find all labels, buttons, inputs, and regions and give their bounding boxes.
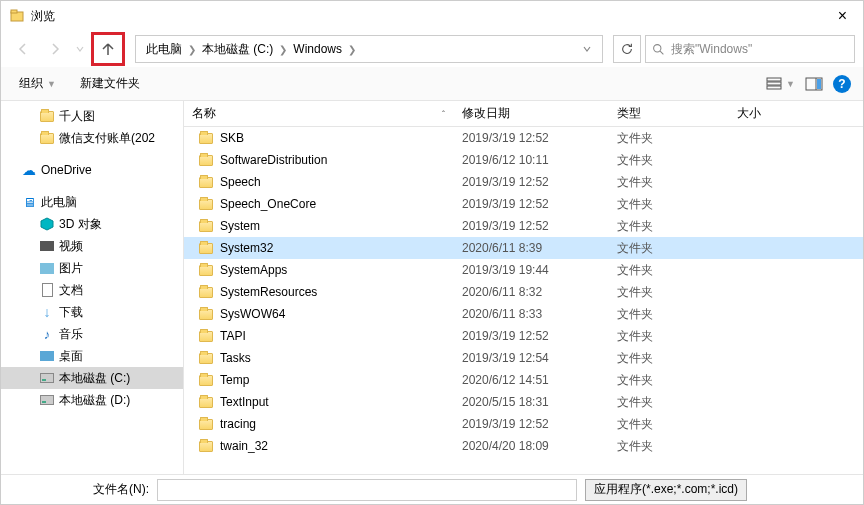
disk-icon — [39, 370, 55, 386]
tree-item-label: 微信支付账单(202 — [59, 130, 155, 147]
file-type: 文件夹 — [609, 196, 729, 213]
file-row[interactable]: System322020/6/11 8:39文件夹 — [184, 237, 863, 259]
file-date: 2020/6/11 8:32 — [454, 285, 609, 299]
svg-point-2 — [654, 44, 661, 51]
tree-item-label: 桌面 — [59, 348, 83, 365]
file-row[interactable]: SKB2019/3/19 12:52文件夹 — [184, 127, 863, 149]
folder-icon — [39, 130, 55, 146]
up-button[interactable] — [96, 37, 120, 61]
file-date: 2019/3/19 12:52 — [454, 329, 609, 343]
address-dropdown[interactable] — [578, 44, 596, 54]
file-date: 2019/3/19 12:54 — [454, 351, 609, 365]
tree-item-label: 本地磁盘 (D:) — [59, 392, 130, 409]
file-name: TextInput — [220, 395, 269, 409]
file-row[interactable]: Tasks2019/3/19 12:54文件夹 — [184, 347, 863, 369]
recent-dropdown[interactable] — [73, 35, 87, 63]
navigation-tree: 千人图微信支付账单(202☁OneDrive🖥此电脑3D 对象视频图片文档↓下载… — [1, 101, 184, 474]
tree-item[interactable]: ♪音乐 — [1, 323, 183, 345]
tree-item-label: 文档 — [59, 282, 83, 299]
search-input[interactable]: 搜索"Windows" — [645, 35, 855, 63]
file-date: 2019/3/19 12:52 — [454, 175, 609, 189]
tree-item[interactable]: 图片 — [1, 257, 183, 279]
folder-icon — [198, 306, 214, 322]
file-type: 文件夹 — [609, 262, 729, 279]
down-icon: ↓ — [39, 304, 55, 320]
file-name: Speech — [220, 175, 261, 189]
tree-item[interactable]: ↓下载 — [1, 301, 183, 323]
svg-rect-9 — [817, 79, 821, 89]
column-name[interactable]: 名称 ˆ — [184, 101, 454, 126]
column-date[interactable]: 修改日期 — [454, 101, 609, 126]
file-name: Speech_OneCore — [220, 197, 316, 211]
tree-item-label: 此电脑 — [41, 194, 77, 211]
tree-item[interactable]: 本地磁盘 (C:) — [1, 367, 183, 389]
filename-input[interactable] — [157, 479, 577, 501]
address-bar[interactable]: 此电脑 ❯ 本地磁盘 (C:) ❯ Windows ❯ — [135, 35, 603, 63]
help-button[interactable]: ? — [833, 75, 851, 93]
file-row[interactable]: SoftwareDistribution2019/6/12 10:11文件夹 — [184, 149, 863, 171]
folder-icon — [198, 218, 214, 234]
file-date: 2019/3/19 12:52 — [454, 417, 609, 431]
file-date: 2020/6/11 8:33 — [454, 307, 609, 321]
tree-item-label: 3D 对象 — [59, 216, 102, 233]
file-name: SystemResources — [220, 285, 317, 299]
chevron-down-icon: ▼ — [47, 79, 56, 89]
view-details-button[interactable]: ▼ — [766, 77, 795, 91]
file-row[interactable]: Speech_OneCore2019/3/19 12:52文件夹 — [184, 193, 863, 215]
tree-item[interactable]: 本地磁盘 (D:) — [1, 389, 183, 411]
tree-item[interactable]: 🖥此电脑 — [1, 191, 183, 213]
tree-item-label: 本地磁盘 (C:) — [59, 370, 130, 387]
preview-pane-button[interactable] — [805, 77, 823, 91]
file-type: 文件夹 — [609, 306, 729, 323]
file-row[interactable]: TAPI2019/3/19 12:52文件夹 — [184, 325, 863, 347]
file-name: SoftwareDistribution — [220, 153, 327, 167]
filetype-dropdown[interactable]: 应用程序(*.exe;*.com;*.icd) — [585, 479, 747, 501]
file-row[interactable]: System2019/3/19 12:52文件夹 — [184, 215, 863, 237]
tree-item[interactable]: ☁OneDrive — [1, 159, 183, 181]
chevron-right-icon: ❯ — [277, 44, 289, 55]
tree-item[interactable]: 文档 — [1, 279, 183, 301]
tree-item[interactable]: 千人图 — [1, 105, 183, 127]
forward-button[interactable] — [41, 35, 69, 63]
breadcrumb-item[interactable]: 此电脑 — [142, 41, 186, 58]
breadcrumb-item[interactable]: Windows — [289, 42, 346, 56]
file-name: tracing — [220, 417, 256, 431]
file-row[interactable]: SystemApps2019/3/19 19:44文件夹 — [184, 259, 863, 281]
doc-icon — [39, 282, 55, 298]
file-row[interactable]: tracing2019/3/19 12:52文件夹 — [184, 413, 863, 435]
tree-item[interactable]: 微信支付账单(202 — [1, 127, 183, 149]
back-button[interactable] — [9, 35, 37, 63]
obj3d-icon — [39, 216, 55, 232]
file-type: 文件夹 — [609, 240, 729, 257]
organize-menu[interactable]: 组织 ▼ — [13, 71, 62, 96]
file-row[interactable]: Temp2020/6/12 14:51文件夹 — [184, 369, 863, 391]
column-type[interactable]: 类型 — [609, 101, 729, 126]
music-icon: ♪ — [39, 326, 55, 342]
file-row[interactable]: TextInput2020/5/15 18:31文件夹 — [184, 391, 863, 413]
file-date: 2019/3/19 12:52 — [454, 219, 609, 233]
file-row[interactable]: twain_322020/4/20 18:09文件夹 — [184, 435, 863, 457]
new-folder-button[interactable]: 新建文件夹 — [74, 71, 146, 96]
file-type: 文件夹 — [609, 372, 729, 389]
file-row[interactable]: SystemResources2020/6/11 8:32文件夹 — [184, 281, 863, 303]
folder-icon — [198, 196, 214, 212]
tree-item[interactable]: 桌面 — [1, 345, 183, 367]
close-button[interactable]: × — [830, 7, 855, 25]
column-size[interactable]: 大小 — [729, 101, 819, 126]
file-type: 文件夹 — [609, 284, 729, 301]
file-type: 文件夹 — [609, 218, 729, 235]
window-title: 浏览 — [31, 8, 830, 25]
svg-rect-1 — [11, 10, 17, 13]
breadcrumb-item[interactable]: 本地磁盘 (C:) — [198, 41, 277, 58]
chevron-right-icon: ❯ — [186, 44, 198, 55]
tree-item[interactable]: 视频 — [1, 235, 183, 257]
refresh-button[interactable] — [613, 35, 641, 63]
file-row[interactable]: Speech2019/3/19 12:52文件夹 — [184, 171, 863, 193]
tree-item-label: 音乐 — [59, 326, 83, 343]
tree-item[interactable]: 3D 对象 — [1, 213, 183, 235]
file-row[interactable]: SysWOW642020/6/11 8:33文件夹 — [184, 303, 863, 325]
file-name: Tasks — [220, 351, 251, 365]
folder-icon — [198, 174, 214, 190]
folder-icon — [39, 108, 55, 124]
folder-icon — [198, 372, 214, 388]
